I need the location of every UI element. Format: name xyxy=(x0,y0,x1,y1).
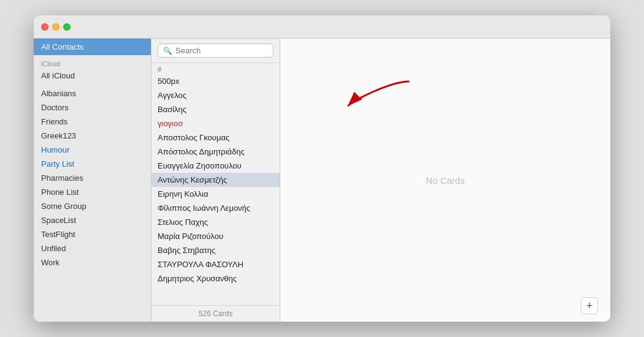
no-cards-label: No Cards xyxy=(426,175,464,186)
search-input[interactable] xyxy=(175,46,268,55)
search-input-wrap[interactable]: 🔍 xyxy=(158,44,274,58)
search-icon: 🔍 xyxy=(163,47,172,55)
list-section-header: # xyxy=(151,63,280,74)
content-area: All Contacts iCloud All iCloud Albanians… xyxy=(34,39,610,322)
traffic-lights xyxy=(41,23,71,31)
close-button[interactable] xyxy=(41,23,48,31)
list-item[interactable]: ΣΤΑΥΡΟΥΛΑ ΦΑΣΟΥΛΗ xyxy=(151,257,280,271)
sidebar: All Contacts iCloud All iCloud Albanians… xyxy=(34,39,151,322)
sidebar-item-greek123[interactable]: Greek123 xyxy=(34,129,151,143)
list-item[interactable]: Ευαγγελία Ζησοπουλου xyxy=(151,159,280,173)
sidebar-item-phone-list[interactable]: Phone List xyxy=(34,185,151,199)
contacts-window: All Contacts iCloud All iCloud Albanians… xyxy=(34,15,610,322)
list-item[interactable]: Ειρηνη Κολλια xyxy=(151,187,280,201)
list-item[interactable]: Φίλιππος Ιωάννη Λεμονής xyxy=(151,201,280,215)
sidebar-item-spacelist[interactable]: SpaceList xyxy=(34,213,151,227)
minimize-button[interactable] xyxy=(52,23,59,31)
list-item[interactable]: Στελιος Παχης xyxy=(151,215,280,229)
list-item[interactable]: γιογιοσ xyxy=(151,116,280,131)
list-footer: 526 Cards xyxy=(151,305,280,322)
titlebar xyxy=(34,15,610,39)
contacts-list: # 500px Αγγελος Βασίλης γιογιοσ Αποστολο… xyxy=(151,63,280,305)
sidebar-item-doctors[interactable]: Doctors xyxy=(34,100,151,115)
list-item[interactable]: Απόστολος Δημητριάδης xyxy=(151,145,280,159)
sidebar-item-pharmacies[interactable]: Pharmacies xyxy=(34,171,151,185)
sidebar-item-work[interactable]: Work xyxy=(34,256,151,270)
search-bar: 🔍 xyxy=(151,39,280,63)
sidebar-item-albanians[interactable]: Albanians xyxy=(34,86,151,100)
arrow-annotation xyxy=(342,75,415,115)
sidebar-item-some-group[interactable]: Some Group xyxy=(34,199,151,213)
sidebar-item-unfiled[interactable]: Unfiled xyxy=(34,241,151,256)
sidebar-item-friends[interactable]: Friends xyxy=(34,115,151,129)
sidebar-item-testflight[interactable]: TestFlight xyxy=(34,227,151,241)
maximize-button[interactable] xyxy=(63,23,71,31)
sidebar-item-party-list[interactable]: Party List xyxy=(34,157,151,171)
list-item[interactable]: Δημητριος Χρυσανθης xyxy=(151,271,280,286)
add-button[interactable]: + xyxy=(581,297,598,314)
list-item[interactable]: Αποστολος Γκουμας xyxy=(151,131,280,145)
sidebar-item-all-contacts[interactable]: All Contacts xyxy=(34,39,151,55)
list-panel: 🔍 # 500px Αγγελος Βασίλης γιογιοσ Αποστο… xyxy=(151,39,280,322)
sidebar-item-all-icloud[interactable]: All iCloud xyxy=(34,69,151,83)
detail-panel: No Cards + xyxy=(280,39,610,322)
list-item[interactable]: Αγγελος xyxy=(151,88,280,102)
list-item[interactable]: 500px xyxy=(151,74,280,88)
sidebar-item-humour[interactable]: Humour xyxy=(34,143,151,157)
list-item-selected[interactable]: Αντώνης Κεσμετζής xyxy=(151,173,280,187)
list-item[interactable]: Βαβης Στηβατης xyxy=(151,243,280,257)
list-item[interactable]: Μαρία Ριζοπούλου xyxy=(151,229,280,243)
sidebar-icloud-label: iCloud xyxy=(34,55,151,69)
list-item[interactable]: Βασίλης xyxy=(151,102,280,116)
